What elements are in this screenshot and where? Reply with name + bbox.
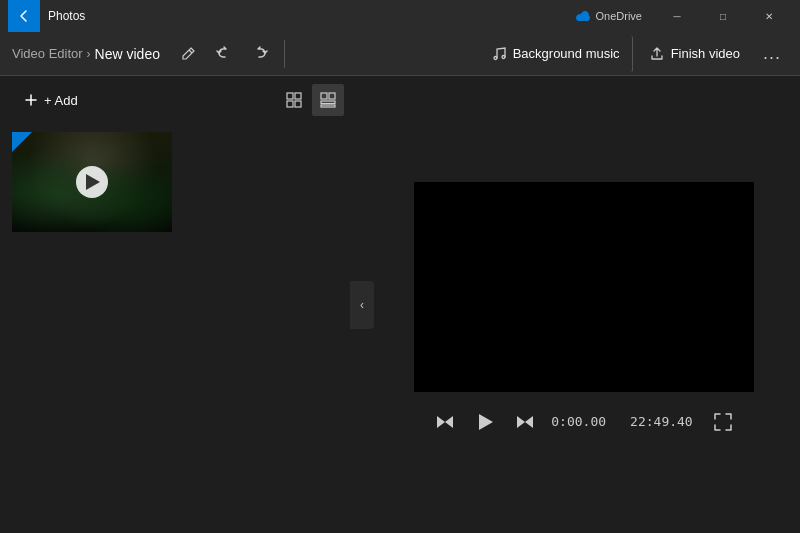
breadcrumb: Video Editor › New video <box>12 46 160 62</box>
left-panel: + Add <box>0 76 360 533</box>
svg-rect-4 <box>287 101 293 107</box>
duration-display: 22:49.40 <box>630 414 693 429</box>
media-item[interactable] <box>12 132 172 232</box>
play-button[interactable] <box>471 408 499 436</box>
list-icon <box>320 92 336 108</box>
edit-title-button[interactable] <box>172 38 204 70</box>
breadcrumb-parent[interactable]: Video Editor <box>12 46 83 61</box>
rewind-button[interactable] <box>431 408 459 436</box>
close-button[interactable]: ✕ <box>746 0 792 32</box>
title-bar: Photos OneDrive ─ □ ✕ <box>0 0 800 32</box>
video-preview <box>414 182 754 392</box>
svg-rect-3 <box>295 93 301 99</box>
grid-view-button[interactable] <box>278 84 310 116</box>
playback-controls: 0:00.00 22:49.40 <box>431 408 736 436</box>
grid-icon <box>286 92 302 108</box>
redo-button[interactable] <box>244 38 276 70</box>
svg-point-1 <box>502 55 505 58</box>
svg-point-0 <box>494 56 497 59</box>
window-controls: ─ □ ✕ <box>654 0 792 32</box>
play-triangle-icon <box>86 174 100 190</box>
svg-rect-9 <box>321 105 335 107</box>
music-icon <box>491 46 507 62</box>
svg-rect-6 <box>321 93 327 99</box>
current-page: New video <box>95 46 160 62</box>
onedrive-icon <box>574 8 590 24</box>
main-area: + Add <box>0 76 800 533</box>
app-title: Photos <box>48 9 574 23</box>
media-grid <box>0 124 360 533</box>
maximize-button[interactable]: □ <box>700 0 746 32</box>
minimize-button[interactable]: ─ <box>654 0 700 32</box>
svg-rect-8 <box>321 101 335 104</box>
undo-button[interactable] <box>208 38 240 70</box>
svg-marker-10 <box>479 414 493 430</box>
collapse-panel-button[interactable]: ‹ <box>350 281 374 329</box>
more-options-button[interactable]: ... <box>756 38 788 70</box>
fullscreen-icon <box>714 413 732 431</box>
toolbar-actions <box>172 38 276 70</box>
collapse-icon: ‹ <box>360 298 364 312</box>
list-view-button[interactable] <box>312 84 344 116</box>
forward-icon <box>515 412 535 432</box>
selected-indicator <box>12 132 32 152</box>
breadcrumb-separator: › <box>87 47 91 61</box>
play-overlay[interactable] <box>76 166 108 198</box>
plus-icon <box>24 93 38 107</box>
toolbar: Video Editor › New video <box>0 32 800 76</box>
pencil-icon <box>180 46 196 62</box>
more-icon: ... <box>763 43 781 64</box>
svg-rect-5 <box>295 101 301 107</box>
toolbar-right: Background music Finish video ... <box>479 36 788 72</box>
add-label: + Add <box>44 93 78 108</box>
export-icon <box>649 46 665 62</box>
onedrive-area: OneDrive <box>574 8 642 24</box>
background-music-button[interactable]: Background music <box>479 36 633 72</box>
svg-rect-7 <box>329 93 335 99</box>
view-buttons <box>278 84 344 116</box>
toolbar-separator <box>284 40 285 68</box>
back-button[interactable] <box>8 0 40 32</box>
left-toolbar: + Add <box>0 76 360 124</box>
undo-icon <box>216 46 232 62</box>
finish-video-button[interactable]: Finish video <box>637 36 752 72</box>
fullscreen-button[interactable] <box>709 408 737 436</box>
rewind-icon <box>435 412 455 432</box>
finish-video-label: Finish video <box>671 46 740 61</box>
play-icon <box>474 411 496 433</box>
svg-rect-2 <box>287 93 293 99</box>
onedrive-label: OneDrive <box>596 10 642 22</box>
time-display: 0:00.00 <box>551 414 606 429</box>
add-button[interactable]: + Add <box>16 89 86 112</box>
redo-icon <box>252 46 268 62</box>
right-panel: 0:00.00 22:49.40 <box>360 76 800 533</box>
forward-button[interactable] <box>511 408 539 436</box>
bg-music-label: Background music <box>513 46 620 61</box>
